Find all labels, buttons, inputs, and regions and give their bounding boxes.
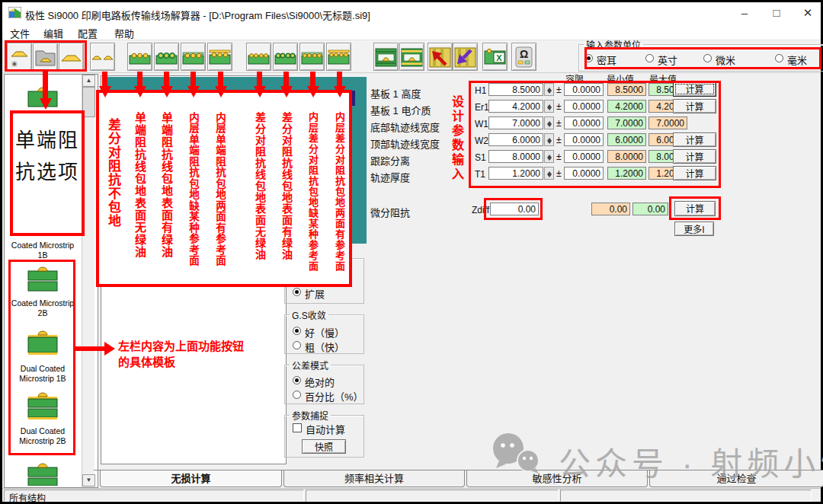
extended-radio[interactable] [293,288,301,296]
units-annotation-box [584,47,821,69]
close-icon[interactable]: ✕ [795,4,821,22]
param-label-h1: 基板 1 高度 [370,86,421,100]
partial-thumbnail[interactable] [24,460,61,486]
offset-stripline-icon [374,45,398,70]
annotation-arrow [283,72,289,86]
note-col-6: 差分对阻抗线包地表面无绿油 [252,112,267,260]
annotation-arrow [137,72,143,86]
wechat-icon [488,432,556,476]
note-col-2: 单端阻抗线包地表面无绿油 [132,112,148,258]
menu-config[interactable]: 配置 [75,25,101,41]
edge-coupled-surface-button[interactable] [246,43,271,71]
absolute-radio[interactable] [293,376,301,384]
convergence-good-label[interactable]: 好（慢） [305,325,344,340]
annotation-arrow [164,72,169,86]
status-bar: 所有结构 [2,488,821,502]
tolerance-mode-legend: 公差模式 [290,359,331,372]
zdiff-input-annotation-box [484,198,543,220]
annotation-arrow [337,72,342,86]
annotation-arrow [310,72,315,86]
offset-stripline-button[interactable] [373,43,399,71]
coated-microstrip-icon [155,45,178,70]
excel-export-icon: X [483,45,507,70]
menu-edit[interactable]: 编辑 [40,25,66,41]
menu-bar: 文件 编辑 配置 帮助 [2,24,821,40]
title-bar: 极性 Si9000 印刷电路板传输线场解算器 - [D:\Program Fil… [2,2,821,24]
scroll-up-icon[interactable]: ▲ [82,75,95,87]
annotation-arrow [43,72,48,98]
svg-text:Ω: Ω [520,48,528,60]
status-structures: 所有结构 [4,490,304,502]
zdiff-max-field: 0.00 [632,203,668,215]
app-window: 极性 Si9000 印刷电路板传输线场解算器 - [D:\Program Fil… [0,0,823,504]
percent-radio[interactable] [293,391,301,399]
toolbar-annotation-box [5,40,87,72]
red-arrow-icon [428,45,452,70]
goal-seek-red-button[interactable] [428,43,453,71]
more-button[interactable]: 更多I [674,222,714,236]
note-col-5: 内层单端阻抗包地两面有参考面 [212,112,227,266]
stripline-button[interactable] [399,43,424,71]
edge-coupled-embedded-icon [327,45,351,70]
coated-microstrip-button[interactable] [154,43,179,71]
coated-microstrip-2b-icon [181,45,205,70]
tab-frequency-calc[interactable]: 频率相关计算 [283,471,465,487]
extended-label[interactable]: 扩展 [305,286,325,301]
params-annotation-box [469,81,721,188]
menu-help[interactable]: 帮助 [111,25,137,41]
edge-coupled-coated-icon [274,45,297,70]
convergence-coarse-radio[interactable] [293,341,301,349]
scroll-down-icon[interactable]: ▼ [82,474,95,486]
differential-pair-icon [91,45,114,70]
snapshot-button[interactable]: 快照 [302,439,346,454]
convergence-legend: G.S收敛 [290,308,328,321]
capture-legend: 参数捕捉 [290,409,331,422]
left-panel-note: 左栏内容为上面功能按钮的具体模板 [118,338,252,370]
window-title: 极性 Si9000 印刷电路板传输线场解算器 - [D:\Program Fil… [25,8,370,22]
differential-pair-button[interactable] [90,43,115,71]
sidebar-item-coated-1b[interactable]: Coated Microstrip 1B [6,241,79,260]
embedded-microstrip-icon [208,45,232,70]
param-label-w2: 顶部轨迹线宽度 [370,136,440,151]
edge-coupled-coated-2b-button[interactable] [299,43,325,71]
zdiff-min-field: 0.00 [591,203,630,215]
impedance-omega-button[interactable]: Ω [511,43,536,71]
omega-icon: Ω [512,45,536,70]
zdiff-label: 微分阻抗 [370,205,410,219]
status-cell [306,490,559,502]
minimize-icon[interactable]: – [732,4,757,22]
param-label-t1: 轨迹厚度 [370,170,410,184]
edge-coupled-embedded-button[interactable] [326,43,351,71]
convergence-good-radio[interactable] [293,327,301,335]
tab-lossless-calc[interactable]: 无损计算 [100,471,282,487]
annotation-arrow [102,72,107,86]
surface-microstrip-icon [128,45,152,70]
coated-microstrip-2b-button[interactable] [181,43,206,71]
note-col-3: 单端阻抗线包地表面有绿油 [159,112,175,258]
absolute-label[interactable]: 绝对的 [305,375,335,389]
menu-file[interactable]: 文件 [7,25,33,41]
design-input-note: 设计参数输入 [447,95,466,182]
note-col-8: 内层差分对阻抗包地缺某种参考面 [306,112,320,272]
note-col-4: 内层单端阻抗包地缺某种参考面 [185,112,200,266]
param-label-er1: 基板 1 电介质 [370,103,431,117]
embedded-microstrip-button[interactable] [207,43,232,71]
convergence-coarse-label[interactable]: 粗（快） [305,340,344,354]
annotation-arrow [218,72,223,86]
watermark-text: 公众号 · 射频小馆 [559,438,823,484]
annotation-arrow [191,72,196,86]
surface-microstrip-button[interactable] [127,43,152,71]
status-cell [560,490,812,502]
percent-label[interactable]: 百分比（%） [305,389,363,404]
edge-coupled-coated-2b-icon [300,45,324,70]
edge-coupled-coated-button[interactable] [273,43,298,71]
goal-seek-purple-button[interactable] [453,43,478,71]
note-col-7: 差分对阻抗线包地表面有绿油 [279,112,294,260]
maximize-icon[interactable]: □ [764,4,789,22]
auto-calc-checkbox[interactable] [293,423,302,432]
watermark: 公众号 · 射频小馆 [488,432,823,477]
auto-calc-label[interactable]: 自动计算 [306,422,345,436]
edge-coupled-surface-icon [247,45,271,70]
app-icon [8,7,21,18]
excel-export-button[interactable]: X [482,43,508,71]
